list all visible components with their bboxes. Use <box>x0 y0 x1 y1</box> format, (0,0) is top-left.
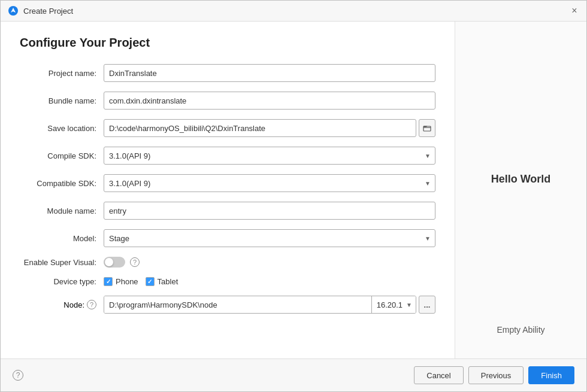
browse-button[interactable] <box>419 119 435 137</box>
node-input-wrapper: 16.20.1 ▼ <box>104 296 416 314</box>
previous-button[interactable]: Previous <box>468 366 524 384</box>
save-location-input[interactable] <box>104 119 416 137</box>
preview-bottom: Empty Ability <box>497 325 544 347</box>
phone-check: ✓ <box>106 278 111 285</box>
node-help-icon[interactable]: ? <box>87 300 96 309</box>
finish-button[interactable]: Finish <box>528 366 574 384</box>
node-label-wrapper: Node: ? <box>20 300 104 309</box>
close-button[interactable]: × <box>570 6 579 16</box>
module-name-control <box>104 202 435 220</box>
footer: ? Cancel Previous Finish <box>1 358 586 391</box>
tablet-checkbox-item: ✓ Tablet <box>146 277 178 286</box>
toggle-thumb <box>105 258 113 266</box>
node-version-text: 16.20.1 <box>372 300 405 309</box>
save-location-wrapper <box>104 119 435 137</box>
module-name-row: Module name: <box>20 202 435 220</box>
title-bar: Create Project × <box>1 1 586 22</box>
page-title: Configure Your Project <box>20 36 435 50</box>
compatible-sdk-row: Compatible SDK: 3.1.0(API 9) ▼ <box>20 174 435 192</box>
node-dots-button[interactable]: ... <box>419 296 435 314</box>
compatible-sdk-wrapper: 3.1.0(API 9) ▼ <box>104 174 435 192</box>
node-version-arrow[interactable]: ▼ <box>405 302 416 308</box>
save-location-row: Save location: <box>20 119 435 137</box>
node-version-wrapper: 16.20.1 ▼ <box>371 296 416 313</box>
app-icon <box>8 5 19 16</box>
empty-ability-text: Empty Ability <box>497 325 544 335</box>
super-visual-control: ? <box>104 257 435 268</box>
bundle-name-label: Bundle name: <box>20 96 104 105</box>
dialog-title: Create Project <box>23 7 570 16</box>
project-name-input[interactable] <box>104 64 435 82</box>
project-name-control <box>104 64 435 82</box>
create-project-dialog: Create Project × Configure Your Project … <box>0 0 587 392</box>
node-control: 16.20.1 ▼ ... <box>104 296 435 314</box>
compile-sdk-control: 3.1.0(API 9) ▼ <box>104 147 435 165</box>
super-visual-toggle-row: ? <box>104 257 435 268</box>
phone-checkbox[interactable]: ✓ <box>104 277 113 286</box>
compile-sdk-select[interactable]: 3.1.0(API 9) <box>104 147 435 165</box>
cancel-button[interactable]: Cancel <box>414 366 463 384</box>
compile-sdk-row: Compile SDK: 3.1.0(API 9) ▼ <box>20 147 435 165</box>
super-visual-row: Enable Super Visual: ? <box>20 257 435 268</box>
project-name-row: Project name: <box>20 64 435 82</box>
node-row: Node: ? 16.20.1 ▼ ... <box>20 296 435 314</box>
compile-sdk-label: Compile SDK: <box>20 151 104 160</box>
model-select[interactable]: Stage <box>104 229 435 247</box>
phone-label: Phone <box>116 277 138 286</box>
device-row: ✓ Phone ✓ Tablet <box>104 277 435 286</box>
tablet-check: ✓ <box>147 278 152 285</box>
project-name-label: Project name: <box>20 69 104 78</box>
tablet-checkbox[interactable]: ✓ <box>146 277 155 286</box>
bundle-name-row: Bundle name: <box>20 92 435 110</box>
tablet-label: Tablet <box>158 277 178 286</box>
bundle-name-input[interactable] <box>104 92 435 110</box>
super-visual-toggle[interactable] <box>104 257 125 268</box>
device-type-label: Device type: <box>20 277 104 286</box>
footer-help-icon[interactable]: ? <box>13 370 23 381</box>
content-area: Configure Your Project Project name: Bun… <box>1 22 586 358</box>
module-name-input[interactable] <box>104 202 435 220</box>
compatible-sdk-control: 3.1.0(API 9) ▼ <box>104 174 435 192</box>
compatible-sdk-label: Compatible SDK: <box>20 179 104 188</box>
footer-right: Cancel Previous Finish <box>414 366 574 384</box>
device-type-control: ✓ Phone ✓ Tablet <box>104 277 435 286</box>
bundle-name-control <box>104 92 435 110</box>
compile-sdk-wrapper: 3.1.0(API 9) ▼ <box>104 147 435 165</box>
hello-world-text: Hello World <box>491 173 551 186</box>
phone-checkbox-item: ✓ Phone <box>104 277 138 286</box>
model-wrapper: Stage ▼ <box>104 229 435 247</box>
super-visual-label: Enable Super Visual: <box>20 258 104 267</box>
device-type-row: Device type: ✓ Phone ✓ <box>20 277 435 286</box>
model-control: Stage ▼ <box>104 229 435 247</box>
right-panel: Hello World Empty Ability <box>455 22 586 358</box>
node-input-row: 16.20.1 ▼ ... <box>104 296 435 314</box>
node-path-input[interactable] <box>104 296 371 313</box>
model-row: Model: Stage ▼ <box>20 229 435 247</box>
module-name-label: Module name: <box>20 206 104 215</box>
left-panel: Configure Your Project Project name: Bun… <box>1 22 455 358</box>
super-visual-help-icon[interactable]: ? <box>130 257 140 267</box>
save-location-label: Save location: <box>20 124 104 133</box>
model-label: Model: <box>20 234 104 243</box>
preview-top: Hello World <box>491 34 551 325</box>
compatible-sdk-select[interactable]: 3.1.0(API 9) <box>104 174 435 192</box>
save-location-control <box>104 119 435 137</box>
footer-left: ? <box>13 370 23 381</box>
node-label: Node: <box>63 300 84 309</box>
